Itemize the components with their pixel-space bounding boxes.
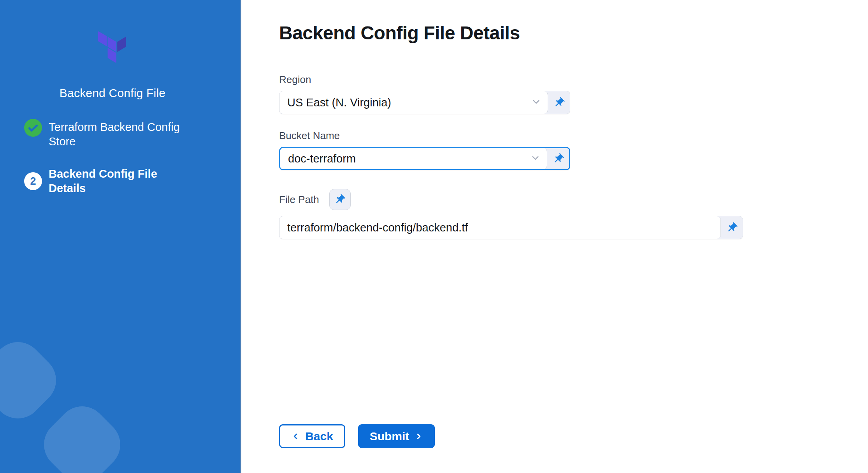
chevron-down-icon — [530, 153, 541, 165]
step-complete-check-icon — [24, 119, 42, 137]
wizard-sidebar: Backend Config File Terraform Backend Co… — [0, 0, 241, 473]
wizard-steps: Terraform Backend Config Store 2 Backend… — [0, 119, 225, 196]
region-label: Region — [279, 74, 868, 86]
bucket-name-selected-value: doc-terraform — [288, 152, 530, 165]
region-select[interactable]: US East (N. Virginia) — [279, 91, 570, 114]
step-item-terraform-backend-config-store[interactable]: Terraform Backend Config Store — [24, 119, 225, 149]
submit-button[interactable]: Submit — [358, 424, 435, 448]
file-path-input-group — [279, 216, 743, 239]
chevron-left-icon — [291, 432, 300, 441]
bucket-name-select[interactable]: doc-terraform — [279, 147, 570, 170]
region-selected-value: US East (N. Virginia) — [287, 96, 531, 109]
terraform-watermark-shape — [34, 396, 131, 473]
step-item-backend-config-file-details[interactable]: 2 Backend Config File Details — [24, 167, 225, 196]
terraform-logo-icon — [95, 28, 130, 68]
region-pin-button[interactable] — [548, 91, 570, 114]
file-path-input-pin-button[interactable] — [721, 216, 743, 239]
terraform-watermark-shape — [0, 332, 66, 429]
submit-button-label: Submit — [370, 430, 409, 443]
pushpin-icon — [723, 219, 740, 236]
pushpin-icon — [550, 94, 568, 111]
page-title: Backend Config File Details — [279, 22, 868, 44]
bucket-name-label: Bucket Name — [279, 130, 868, 142]
chevron-right-icon — [415, 432, 423, 441]
pushpin-icon — [550, 150, 567, 167]
step-label: Backend Config File Details — [49, 167, 193, 196]
file-path-input[interactable] — [287, 221, 714, 234]
step-number-badge: 2 — [24, 172, 42, 190]
step-label: Terraform Backend Config Store — [49, 119, 193, 149]
form-panel: Backend Config File Details Region US Ea… — [241, 0, 868, 473]
wizard-title: Backend Config File — [0, 86, 225, 100]
file-path-label: File Path — [279, 194, 319, 206]
chevron-down-icon — [531, 97, 541, 109]
bucket-name-pin-button[interactable] — [547, 148, 569, 169]
file-path-pin-button[interactable] — [329, 189, 351, 210]
back-button[interactable]: Back — [279, 424, 345, 448]
back-button-label: Back — [305, 430, 333, 443]
pushpin-icon — [332, 191, 348, 208]
